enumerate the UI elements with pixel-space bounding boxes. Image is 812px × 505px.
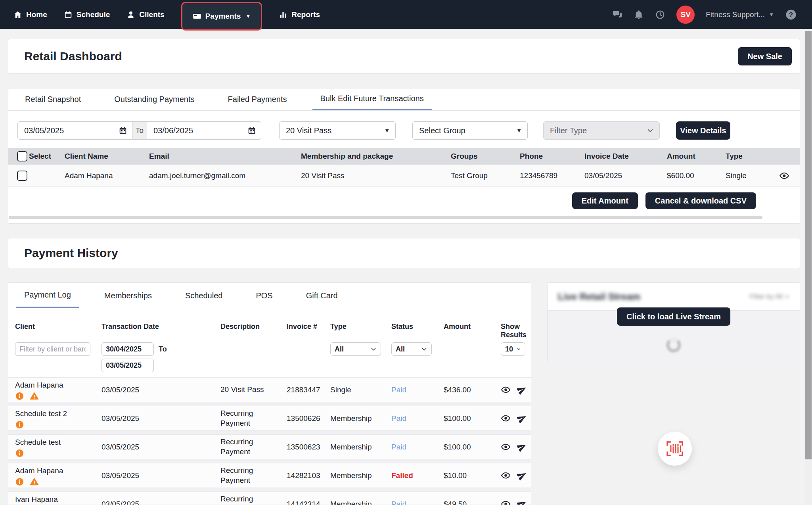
bulk-filters: To 20 Visit Pass ▼ Select Group ▼ Filter…	[17, 121, 800, 140]
cancel-download-csv-button[interactable]: Cancel & download CSV	[645, 192, 756, 209]
warning-icon[interactable]	[30, 392, 39, 401]
send-receipt-icon[interactable]	[517, 442, 527, 452]
nav-item-reports[interactable]: Reports	[279, 10, 320, 19]
row-checkbox[interactable]	[17, 171, 27, 181]
cell-client: Adam Hapana	[15, 379, 102, 401]
date-range-group: To	[17, 121, 261, 140]
info-icon[interactable]	[15, 420, 24, 429]
chevron-down-icon	[647, 127, 654, 134]
send-receipt-icon[interactable]	[517, 385, 527, 395]
vertical-scrollbar-thumb[interactable]	[805, 31, 812, 459]
tab-scheduled[interactable]: Scheduled	[177, 283, 231, 308]
tab-bulk-edit-future-transactions[interactable]: Bulk Edit Future Transactions	[312, 88, 432, 110]
cell-invoice: 14142314	[287, 500, 330, 505]
nav-item-payments[interactable]: Payments ▼	[181, 2, 262, 31]
col-groups: Groups	[451, 152, 520, 161]
cell-amount: $10.00	[444, 471, 501, 480]
info-icon[interactable]	[15, 392, 24, 401]
tab-payment-log[interactable]: Payment Log	[16, 283, 79, 308]
payment-log-card: Payment Log Memberships Scheduled POS Gi…	[8, 282, 531, 505]
client-name: Schedule test	[15, 438, 102, 447]
bulk-table-row: Adam Hapanaadam.joel.turner@gmail.com20 …	[8, 165, 800, 187]
vertical-scrollbar[interactable]	[805, 29, 812, 505]
cell-invoice: 13500623	[287, 443, 330, 451]
caret-down-icon: ▼	[785, 294, 789, 299]
date-to-input[interactable]	[147, 122, 261, 139]
view-details-button[interactable]: View Details	[676, 121, 730, 140]
chevron-down-icon: ▼	[245, 13, 251, 19]
tab-outstanding-payments[interactable]: Outstanding Payments	[106, 88, 202, 110]
cell-description: 20 Visit Pass	[220, 385, 287, 395]
view-payment-icon[interactable]	[501, 470, 511, 480]
log-date-to-input[interactable]	[102, 359, 154, 372]
account-menu[interactable]: Fitness Support... ▼	[706, 10, 774, 19]
calendar-icon[interactable]	[119, 126, 127, 135]
send-receipt-icon[interactable]	[517, 499, 527, 505]
new-sale-button[interactable]: New Sale	[738, 47, 792, 65]
client-name: Ivan Hapana	[15, 495, 102, 504]
col-invoice-date: Invoice Date	[584, 152, 667, 161]
chat-icon[interactable]	[612, 10, 622, 20]
cell-phone: 123456789	[520, 171, 584, 180]
log-to-label: To	[159, 345, 167, 353]
nav-item-clients[interactable]: Clients	[126, 10, 164, 19]
tab-gift-card[interactable]: Gift Card	[298, 283, 346, 308]
date-from-field[interactable]	[17, 121, 132, 140]
date-to-field[interactable]	[147, 121, 261, 140]
tab-retail-snapshot[interactable]: Retail Snapshot	[17, 88, 89, 110]
cell-type: Membership	[330, 443, 391, 451]
view-payment-icon[interactable]	[501, 385, 511, 395]
client-filter-input[interactable]	[15, 342, 90, 356]
clock-icon[interactable]	[655, 10, 665, 20]
cell-type: Membership	[330, 414, 391, 423]
view-payment-icon[interactable]	[501, 442, 511, 452]
invoice-label: Invoice #	[287, 323, 330, 331]
load-live-stream-button[interactable]: Click to load Live Stream	[617, 307, 730, 326]
group-select[interactable]: Select Group ▼	[412, 121, 528, 140]
show-results-select[interactable]: 10	[501, 342, 525, 356]
cell-type: Membership	[330, 500, 391, 505]
nav-item-schedule[interactable]: Schedule	[64, 10, 110, 19]
send-receipt-icon[interactable]	[517, 413, 527, 423]
warning-icon[interactable]	[30, 477, 39, 486]
tab-pos[interactable]: POS	[248, 283, 280, 308]
info-icon[interactable]	[15, 449, 24, 458]
tab-failed-payments[interactable]: Failed Payments	[220, 88, 295, 110]
cell-transaction-date: 03/05/2025	[102, 443, 220, 451]
date-from-input[interactable]	[18, 122, 132, 139]
calendar-icon[interactable]	[247, 126, 256, 135]
nav-item-home[interactable]: Home	[13, 10, 47, 19]
type-select[interactable]: All	[330, 342, 381, 356]
col-amount: Amount	[667, 152, 726, 161]
page-header-card: Retail Dashboard New Sale	[8, 39, 800, 74]
view-payment-icon[interactable]	[501, 413, 511, 423]
tab-memberships[interactable]: Memberships	[96, 283, 160, 308]
send-receipt-icon[interactable]	[517, 470, 527, 480]
help-icon[interactable]: ?	[785, 9, 797, 21]
bell-icon[interactable]	[634, 10, 644, 20]
avatar[interactable]: SV	[676, 6, 695, 24]
filter-type-select[interactable]: Filter Type	[543, 121, 660, 140]
payment-history-title: Payment History	[24, 246, 118, 260]
select-all-checkbox[interactable]	[17, 151, 27, 161]
info-icon[interactable]	[15, 477, 24, 486]
payment-log-row: Ivan Hapana03/05/2025Recurring Payment14…	[8, 492, 531, 505]
barcode-scanner-button[interactable]	[658, 432, 692, 466]
view-payment-icon[interactable]	[501, 499, 511, 505]
bulk-table-horizontal-scrollbar[interactable]	[9, 216, 762, 219]
status-select[interactable]: All	[391, 342, 432, 356]
edit-amount-button[interactable]: Edit Amount	[572, 192, 638, 209]
person-icon	[126, 10, 135, 19]
nav-item-label: Payments	[205, 12, 241, 21]
nav-item-label: Reports	[291, 10, 320, 19]
caret-down-icon: ▼	[516, 127, 522, 134]
cell-client: Ivan Hapana	[15, 493, 102, 505]
payment-log-rows: Adam Hapana03/05/202520 Visit Pass218834…	[8, 377, 531, 505]
live-stream-filter[interactable]: Filter by All ▼	[750, 293, 789, 301]
cell-transaction-date: 03/05/2025	[102, 500, 220, 505]
log-date-from-input[interactable]	[102, 342, 154, 356]
client-label: Client	[15, 323, 102, 331]
status-label: Status	[391, 323, 444, 331]
package-select[interactable]: 20 Visit Pass ▼	[279, 121, 396, 140]
view-row-icon[interactable]	[779, 171, 789, 181]
